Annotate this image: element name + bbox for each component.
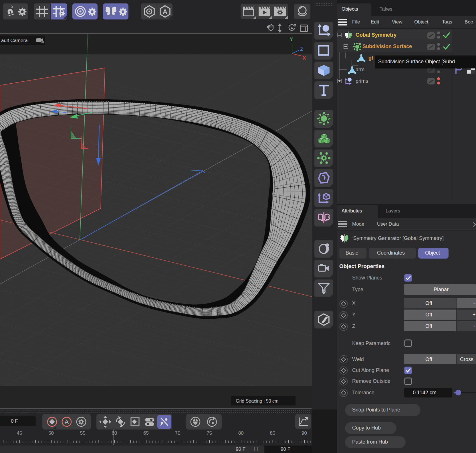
svg-text:Y: Y [290, 37, 293, 42]
svg-text:ault Camera: ault Camera [1, 38, 28, 43]
svg-text:Z: Z [300, 47, 303, 52]
svg-text:X: X [303, 55, 306, 61]
svg-text:Grid Spacing : 50 cm: Grid Spacing : 50 cm [236, 399, 278, 403]
svg-text:A: A [65, 418, 69, 426]
svg-text:A: A [163, 8, 167, 15]
